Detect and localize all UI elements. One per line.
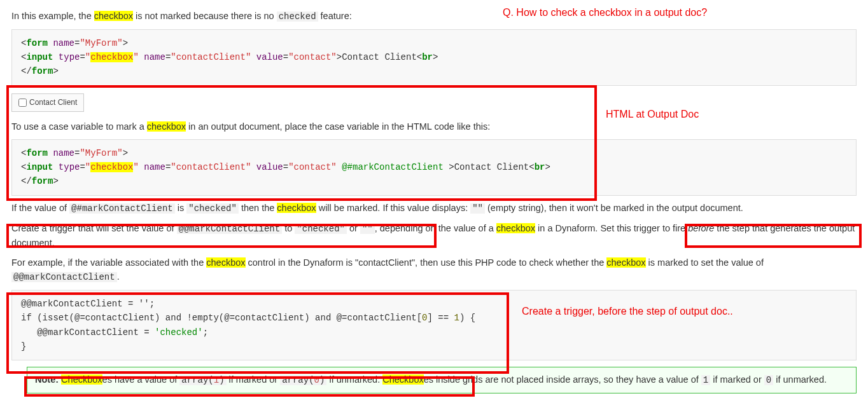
highlight-checkbox: checkbox	[277, 203, 316, 213]
highlight-checkbox: checkbox	[206, 257, 245, 268]
note-box: Note: Checkboxes have a value of array(1…	[27, 367, 857, 393]
trigger-paragraph: Create a trigger that will set the value…	[11, 221, 857, 250]
note-label: Note:	[35, 374, 59, 385]
php-example-paragraph: For example, if the variable associated …	[11, 256, 857, 285]
annotation-html-output: HTML at Output Doc	[606, 107, 699, 123]
annotation-trigger: Create a trigger, before the step of out…	[522, 304, 733, 320]
intro-paragraph: In this example, the checkbox is not mar…	[11, 9, 857, 24]
highlight-checkbox: checkbox	[496, 223, 535, 233]
code-block-3: @@markContactClient = ''; if (isset(@=co…	[11, 290, 857, 361]
text: In this example, the	[11, 11, 94, 21]
contact-client-checkbox[interactable]	[18, 99, 27, 107]
annotation-question: Q. How to check a checkbox in a output d…	[503, 5, 707, 21]
highlight-checkbox: Checkbox	[382, 374, 423, 385]
checkbox-widget: Contact Client	[11, 93, 84, 112]
highlight-checkbox: checkbox	[606, 257, 645, 268]
highlight-checkbox: checkbox	[94, 11, 133, 21]
code-checked: checked	[277, 11, 318, 22]
code-block-2: <form name="MyForm"> <input type="checkb…	[11, 139, 857, 196]
highlight-checkbox: checkbox	[147, 121, 186, 132]
text: feature:	[318, 11, 352, 21]
checkbox-label: Contact Client	[29, 98, 77, 107]
value-explanation-paragraph: If the value of @#markContactClient is "…	[11, 201, 857, 216]
highlight-checkbox: Checkbox	[61, 374, 102, 385]
code-block-1: <form name="MyForm"> <input type="checkb…	[11, 29, 857, 86]
code-markvar: @#markContactClient	[69, 203, 175, 214]
text: is not marked because there is no	[133, 11, 277, 21]
case-variable-paragraph: To use a case variable to mark a checkbo…	[11, 120, 857, 133]
